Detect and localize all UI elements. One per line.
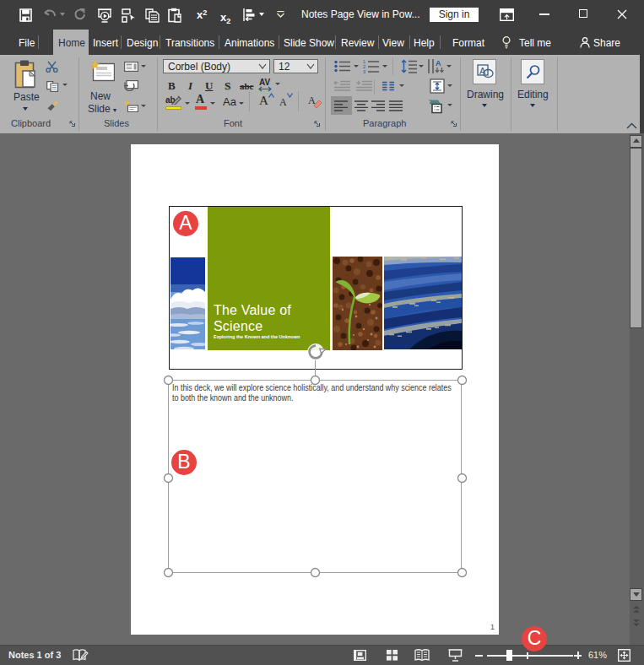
svg-text:A: A: [436, 59, 441, 68]
svg-text:3: 3: [363, 69, 365, 73]
